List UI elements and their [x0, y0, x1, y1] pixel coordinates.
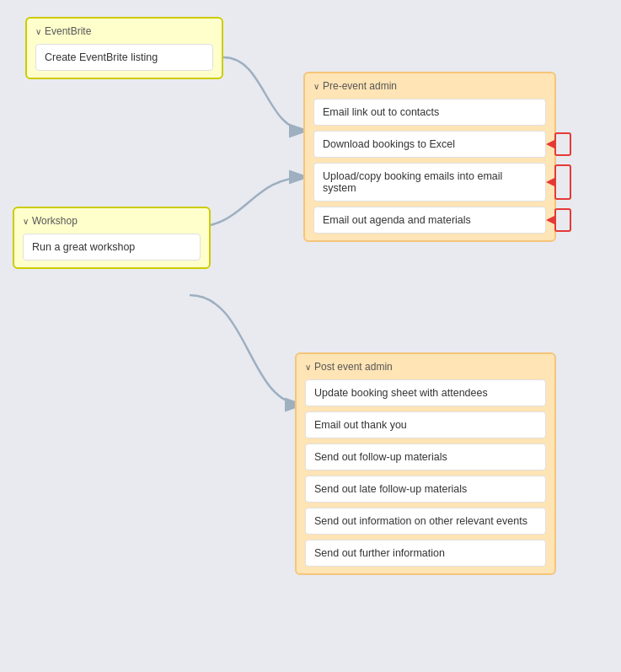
- task-agenda-wrapper: Email out agenda and materials: [313, 207, 546, 234]
- task-download-wrapper: Download bookings to Excel: [313, 131, 546, 158]
- post-event-node: ∨ Post event admin Update booking sheet …: [295, 352, 556, 575]
- task-further-info[interactable]: Send out further information: [305, 540, 546, 567]
- workshop-title: ∨ Workshop: [23, 215, 201, 227]
- task-upload-wrapper: Upload/copy booking emails into email sy…: [313, 163, 546, 202]
- task-followup-materials[interactable]: Send out follow-up materials: [305, 444, 546, 470]
- task-other-events[interactable]: Send out information on other relevant e…: [305, 508, 546, 535]
- red-arrow-agenda: [554, 208, 571, 232]
- eventbrite-node: ∨ EventBrite Create EventBrite listing: [25, 17, 223, 79]
- workshop-label: Workshop: [32, 215, 78, 227]
- pre-event-chevron[interactable]: ∨: [313, 82, 319, 91]
- workshop-chevron[interactable]: ∨: [23, 217, 29, 226]
- task-email-thankyou[interactable]: Email out thank you: [305, 411, 546, 438]
- pre-event-title: ∨ Pre-event admin: [313, 80, 546, 92]
- task-update-booking[interactable]: Update booking sheet with attendees: [305, 379, 546, 406]
- task-email-agenda[interactable]: Email out agenda and materials: [313, 207, 546, 234]
- eventbrite-chevron[interactable]: ∨: [35, 27, 41, 36]
- post-event-title: ∨ Post event admin: [305, 361, 546, 373]
- task-email-link[interactable]: Email link out to contacts: [313, 99, 546, 126]
- task-late-followup[interactable]: Send out late follow-up materials: [305, 476, 546, 503]
- pre-event-label: Pre-event admin: [323, 80, 397, 92]
- pre-event-node: ∨ Pre-event admin Email link out to cont…: [303, 72, 556, 242]
- task-download-bookings[interactable]: Download bookings to Excel: [313, 131, 546, 158]
- red-arrow-upload: [554, 164, 571, 200]
- eventbrite-label: EventBrite: [45, 25, 91, 37]
- post-event-chevron[interactable]: ∨: [305, 363, 311, 372]
- workshop-node: ∨ Workshop Run a great workshop: [13, 207, 211, 269]
- task-run-workshop[interactable]: Run a great workshop: [23, 234, 201, 261]
- red-arrow-download: [554, 132, 571, 156]
- task-create-eventbrite[interactable]: Create EventBrite listing: [35, 44, 213, 71]
- eventbrite-title: ∨ EventBrite: [35, 25, 213, 37]
- post-event-label: Post event admin: [314, 361, 393, 373]
- canvas: ∨ EventBrite Create EventBrite listing ∨…: [0, 0, 621, 672]
- task-upload-booking[interactable]: Upload/copy booking emails into email sy…: [313, 163, 546, 202]
